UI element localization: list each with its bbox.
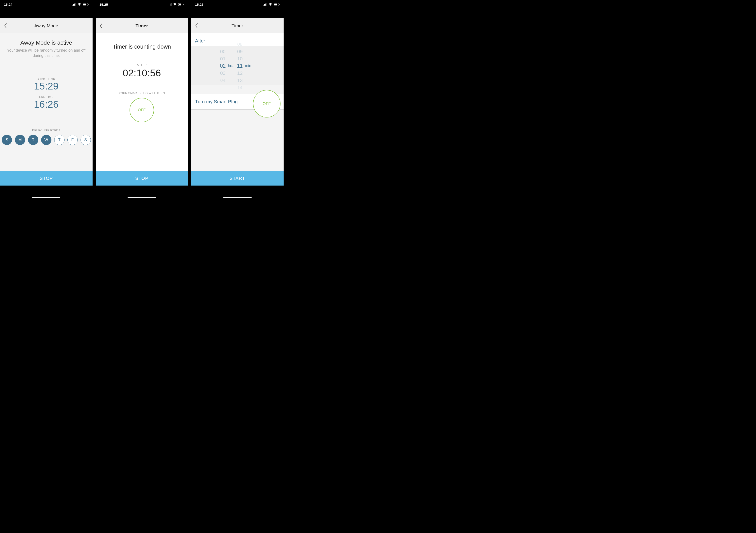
wifi-icon: [77, 3, 81, 6]
status-icons: [72, 3, 89, 6]
start-time-label: START TIME: [0, 77, 93, 80]
minutes-opt: 09: [237, 48, 242, 54]
minutes-opt: 13: [237, 77, 242, 83]
primary-action-label: STOP: [135, 176, 148, 181]
content-area: After 00 01 02 03 04 hrs 08 09: [191, 33, 284, 171]
status-bar: 15:25: [195, 2, 280, 7]
status-time: 15:25: [195, 3, 203, 6]
minutes-opt: 14: [237, 84, 242, 90]
away-headline: Away Mode is active: [0, 40, 93, 46]
bottom-bar: [95, 186, 188, 200]
hours-column[interactable]: 00 01 02 03 04 hrs: [220, 46, 237, 85]
svg-rect-7: [274, 4, 277, 5]
hours-opt: 00: [220, 48, 226, 54]
page-title: Timer: [95, 23, 188, 28]
end-time-label: END TIME: [0, 95, 93, 98]
svg-rect-1: [83, 4, 86, 5]
home-indicator[interactable]: [127, 197, 156, 198]
screen-away-mode: 15:24 Away Mode Away Mode is active Y: [0, 0, 93, 200]
page-title: Away Mode: [0, 23, 93, 28]
svg-rect-2: [88, 4, 88, 5]
status-icons: [263, 3, 280, 6]
status-icons: [168, 3, 184, 6]
nav-bar: Timer: [191, 18, 284, 33]
day-fri[interactable]: F: [68, 135, 78, 145]
minutes-selected: 11: [237, 62, 243, 69]
wifi-icon: [268, 3, 272, 6]
end-time-block[interactable]: END TIME 16:26: [0, 95, 93, 110]
battery-icon: [83, 3, 89, 6]
nav-bar: Timer: [95, 18, 188, 33]
content-area: Timer is counting down AFTER 02:10:56 YO…: [95, 33, 188, 171]
hours-opt: 04: [220, 77, 225, 83]
nav-bar: Away Mode: [0, 18, 93, 33]
status-area: 15:24: [0, 0, 93, 18]
app-frame: Timer Timer is counting down AFTER 02:10…: [95, 18, 188, 186]
hours-selected: 02: [220, 62, 226, 69]
countdown-value: 02:10:56: [95, 67, 188, 79]
status-time: 15:24: [4, 3, 12, 6]
end-time-value: 16:26: [0, 99, 93, 110]
duration-picker[interactable]: 00 01 02 03 04 hrs 08 09 10 11 12: [191, 46, 284, 85]
status-area: 15:25: [95, 0, 188, 18]
minutes-opt: 10: [237, 55, 242, 62]
minutes-opt: 08: [237, 41, 242, 47]
minutes-opt: 12: [237, 69, 242, 76]
day-wed[interactable]: W: [41, 135, 51, 145]
day-mon[interactable]: M: [15, 135, 25, 145]
svg-rect-8: [279, 4, 280, 5]
signal-icon: [72, 3, 76, 6]
primary-action-button[interactable]: START: [191, 171, 284, 186]
minutes-unit: min: [245, 64, 251, 68]
hours-opt: 03: [220, 69, 226, 76]
after-label: AFTER: [95, 63, 188, 67]
home-indicator[interactable]: [32, 197, 60, 198]
content-area: Away Mode is active Your device will be …: [0, 33, 93, 171]
status-area: 15:25: [191, 0, 284, 18]
repeat-label: REPEATING EVERY: [0, 128, 93, 131]
svg-rect-5: [184, 4, 184, 5]
primary-action-button[interactable]: STOP: [0, 171, 93, 186]
app-frame: Timer After 00 01 02 03 04 hrs 08: [191, 18, 284, 186]
status-bar: 15:24: [4, 2, 89, 7]
minutes-column[interactable]: 08 09 10 11 12 13 14 min: [237, 46, 255, 85]
battery-icon: [274, 3, 280, 6]
status-bar: 15:25: [99, 2, 184, 7]
primary-action-button[interactable]: STOP: [95, 171, 188, 186]
primary-action-label: STOP: [40, 176, 53, 181]
primary-action-label: START: [230, 176, 245, 181]
hours-opt: 01: [220, 55, 226, 62]
device-state-text: OFF: [262, 101, 271, 106]
device-state-circle[interactable]: OFF: [253, 90, 281, 118]
battery-icon: [178, 3, 184, 6]
hours-unit: hrs: [228, 64, 233, 68]
start-time-block[interactable]: START TIME 15:29: [0, 77, 93, 92]
days-row: S M T W T F S: [0, 135, 93, 145]
page-title: Timer: [191, 23, 284, 28]
signal-icon: [168, 3, 172, 6]
start-time-value: 15:29: [0, 81, 93, 92]
status-time: 15:25: [99, 3, 108, 6]
device-state-text: OFF: [138, 108, 146, 112]
screen-timer-running: 15:25 Timer Timer is counting down AF: [95, 0, 188, 200]
day-thu[interactable]: T: [54, 135, 65, 145]
screen-timer-setup: 15:25 Timer After: [191, 0, 284, 200]
day-sun[interactable]: S: [2, 135, 12, 145]
bottom-bar: [0, 186, 93, 200]
svg-rect-4: [179, 4, 181, 5]
away-subtitle: Your device will be randomly turned on a…: [4, 48, 89, 58]
device-turn-label: YOUR SMART PLUG WILL TURN: [95, 92, 188, 95]
app-frame: Away Mode Away Mode is active Your devic…: [0, 18, 93, 186]
device-state-circle[interactable]: OFF: [129, 98, 154, 122]
day-tue[interactable]: T: [28, 135, 38, 145]
timer-headline: Timer is counting down: [95, 43, 188, 50]
home-indicator[interactable]: [223, 197, 252, 198]
wifi-icon: [173, 3, 177, 6]
bottom-bar: [191, 186, 284, 200]
signal-icon: [263, 3, 267, 6]
day-sat[interactable]: S: [81, 135, 91, 145]
